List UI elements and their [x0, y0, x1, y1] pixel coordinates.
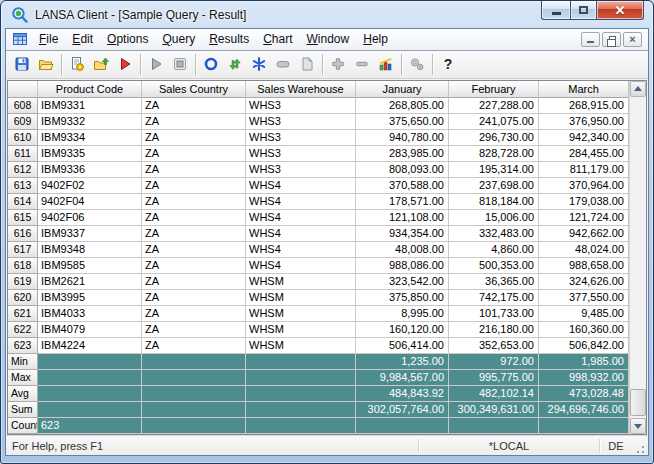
cell[interactable]: 195,314.00: [449, 162, 539, 178]
open-button[interactable]: [34, 52, 58, 76]
scroll-down-button[interactable]: [630, 418, 646, 434]
cell[interactable]: 620: [8, 290, 38, 306]
cell[interactable]: 619: [8, 274, 38, 290]
cell[interactable]: 332,483.00: [449, 226, 539, 242]
cell[interactable]: ZA: [142, 162, 246, 178]
cell[interactable]: IBM9337: [38, 226, 142, 242]
import-button[interactable]: [89, 52, 113, 76]
menu-chart[interactable]: Chart: [256, 30, 299, 48]
cell[interactable]: 376,950.00: [539, 114, 629, 130]
cell[interactable]: IBM3995: [38, 290, 142, 306]
column-header-march[interactable]: March: [539, 81, 629, 98]
cell[interactable]: WHS3: [246, 98, 356, 114]
cell[interactable]: ZA: [142, 290, 246, 306]
cell[interactable]: IBM9331: [38, 98, 142, 114]
cell[interactable]: 828,728.00: [449, 146, 539, 162]
column-header-sales-country[interactable]: Sales Country: [142, 81, 246, 98]
cell[interactable]: 934,354.00: [356, 226, 449, 242]
menu-edit[interactable]: Edit: [65, 30, 100, 48]
cell[interactable]: ZA: [142, 258, 246, 274]
cell[interactable]: ZA: [142, 338, 246, 354]
cell[interactable]: 614: [8, 194, 38, 210]
cell[interactable]: IBM9332: [38, 114, 142, 130]
table-row[interactable]: 619IBM2621ZAWHSM323,542.0036,365.00324,6…: [8, 274, 629, 290]
new-report-button[interactable]: [65, 52, 89, 76]
menu-options[interactable]: Options: [100, 30, 155, 48]
table-row[interactable]: 610IBM9334ZAWHS3940,780.00296,730.00942,…: [8, 130, 629, 146]
cell[interactable]: 818,184.00: [449, 194, 539, 210]
table-row[interactable]: 611IBM9335ZAWHS3283,985.00828,728.00284,…: [8, 146, 629, 162]
cell[interactable]: 9402F06: [38, 210, 142, 226]
cell[interactable]: ZA: [142, 98, 246, 114]
cell[interactable]: 352,653.00: [449, 338, 539, 354]
title-bar[interactable]: LANSA Client - [Sample Query - Result] ✕: [5, 1, 649, 28]
cell[interactable]: WHS4: [246, 194, 356, 210]
cell[interactable]: 8,995.00: [356, 306, 449, 322]
cell[interactable]: ZA: [142, 226, 246, 242]
cell[interactable]: ZA: [142, 178, 246, 194]
minimize-button[interactable]: [541, 1, 570, 20]
run-button[interactable]: [113, 52, 137, 76]
cell[interactable]: WHS4: [246, 258, 356, 274]
table-row[interactable]: 6159402F06ZAWHS4121,108.0015,006.00121,7…: [8, 210, 629, 226]
cell[interactable]: ZA: [142, 130, 246, 146]
cell[interactable]: WHSM: [246, 322, 356, 338]
cell[interactable]: 621: [8, 306, 38, 322]
cell[interactable]: 942,340.00: [539, 130, 629, 146]
cell[interactable]: 942,662.00: [539, 226, 629, 242]
cell[interactable]: IBM9348: [38, 242, 142, 258]
menu-results[interactable]: Results: [202, 30, 256, 48]
cell[interactable]: ZA: [142, 274, 246, 290]
maximize-button[interactable]: [570, 1, 597, 20]
cell[interactable]: WHS3: [246, 130, 356, 146]
options-button[interactable]: [405, 52, 429, 76]
cell[interactable]: 284,455.00: [539, 146, 629, 162]
cell[interactable]: ZA: [142, 306, 246, 322]
mdi-minimize-button[interactable]: [581, 32, 600, 47]
cell[interactable]: WHS4: [246, 178, 356, 194]
cell[interactable]: 610: [8, 130, 38, 146]
cell[interactable]: 4,860.00: [449, 242, 539, 258]
cell[interactable]: 622: [8, 322, 38, 338]
table-row[interactable]: 623IBM4224ZAWHSM506,414.00352,653.00506,…: [8, 338, 629, 354]
cell[interactable]: ZA: [142, 210, 246, 226]
cell[interactable]: 370,964.00: [539, 178, 629, 194]
cell[interactable]: ZA: [142, 194, 246, 210]
cell[interactable]: 160,120.00: [356, 322, 449, 338]
help-button[interactable]: ?: [436, 52, 460, 76]
cell[interactable]: 375,850.00: [356, 290, 449, 306]
menu-file[interactable]: File: [32, 30, 65, 48]
cell[interactable]: 742,175.00: [449, 290, 539, 306]
cell[interactable]: 940,780.00: [356, 130, 449, 146]
cell[interactable]: IBM4079: [38, 322, 142, 338]
cell[interactable]: IBM4033: [38, 306, 142, 322]
cell[interactable]: WHS4: [246, 210, 356, 226]
cell[interactable]: 121,724.00: [539, 210, 629, 226]
cell[interactable]: 296,730.00: [449, 130, 539, 146]
table-row[interactable]: 612IBM9336ZAWHS3808,093.00195,314.00811,…: [8, 162, 629, 178]
vertical-scrollbar[interactable]: [629, 81, 646, 434]
menu-help[interactable]: Help: [356, 30, 395, 48]
cell[interactable]: IBM9334: [38, 130, 142, 146]
cell[interactable]: IBM9336: [38, 162, 142, 178]
cell[interactable]: 216,180.00: [449, 322, 539, 338]
cell[interactable]: 323,542.00: [356, 274, 449, 290]
cell[interactable]: WHS4: [246, 226, 356, 242]
cell[interactable]: 179,038.00: [539, 194, 629, 210]
cell[interactable]: 988,658.00: [539, 258, 629, 274]
cell[interactable]: WHSM: [246, 306, 356, 322]
cell[interactable]: 623: [8, 338, 38, 354]
hide-button[interactable]: [271, 52, 295, 76]
table-row[interactable]: 609IBM9332ZAWHS3375,650.00241,075.00376,…: [8, 114, 629, 130]
cell[interactable]: 618: [8, 258, 38, 274]
cell[interactable]: IBM4224: [38, 338, 142, 354]
cell[interactable]: 160,360.00: [539, 322, 629, 338]
cell[interactable]: WHSM: [246, 274, 356, 290]
table-row[interactable]: 616IBM9337ZAWHS4934,354.00332,483.00942,…: [8, 226, 629, 242]
column-header-product-code[interactable]: Product Code: [38, 81, 142, 98]
cell[interactable]: IBM9335: [38, 146, 142, 162]
cell[interactable]: 227,288.00: [449, 98, 539, 114]
scroll-up-button[interactable]: [630, 81, 646, 97]
remove-button[interactable]: [350, 52, 374, 76]
cell[interactable]: ZA: [142, 146, 246, 162]
